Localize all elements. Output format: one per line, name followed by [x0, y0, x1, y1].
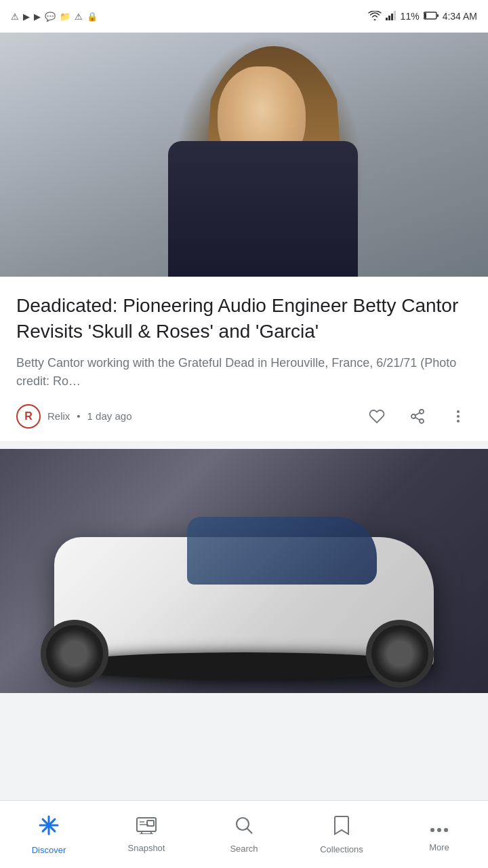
svg-point-12 — [457, 410, 460, 413]
svg-point-8 — [411, 414, 415, 418]
svg-point-9 — [420, 419, 424, 423]
nav-label-discover: Discover — [32, 845, 66, 855]
status-bar: ⚠ ▶ ▶ 💬 📁 ⚠ 🔒 11% — [0, 0, 488, 33]
snapshot-icon — [136, 816, 157, 839]
nav-label-collections: Collections — [320, 844, 363, 854]
more-options-button-1[interactable] — [445, 403, 472, 430]
nav-item-discover[interactable]: Discover — [15, 809, 83, 861]
svg-rect-25 — [147, 821, 154, 826]
svg-point-13 — [457, 415, 460, 418]
search-icon — [235, 816, 253, 840]
folder-icon: 📁 — [60, 12, 70, 22]
collections-icon — [332, 815, 351, 840]
svg-rect-3 — [394, 11, 396, 20]
svg-point-28 — [430, 828, 434, 832]
nav-label-search: Search — [230, 844, 258, 854]
svg-rect-0 — [386, 18, 388, 20]
article-image-1[interactable] — [0, 33, 488, 277]
status-icons: ⚠ ▶ ▶ 💬 📁 ⚠ 🔒 — [11, 12, 98, 22]
svg-rect-5 — [424, 13, 426, 18]
svg-rect-1 — [388, 16, 390, 20]
signal-icon — [386, 11, 396, 22]
article-content-1: Deadicated: Pioneering Audio Engineer Be… — [0, 277, 488, 441]
article-source-1: R Relix • 1 day ago — [16, 404, 132, 429]
battery-percent: 11% — [401, 11, 420, 22]
nav-item-search[interactable]: Search — [210, 810, 278, 859]
nav-label-snapshot: Snapshot — [128, 843, 165, 853]
source-icon-1: R — [16, 404, 41, 429]
youtube-icon: ▶ — [23, 12, 30, 22]
svg-line-10 — [415, 417, 420, 420]
article-title-1[interactable]: Deadicated: Pioneering Audio Engineer Be… — [16, 293, 472, 344]
youtube2-icon: ▶ — [34, 12, 41, 22]
battery-icon — [424, 11, 439, 22]
svg-point-14 — [457, 420, 460, 422]
nav-item-collections[interactable]: Collections — [308, 810, 375, 860]
svg-point-26 — [237, 818, 249, 830]
svg-point-29 — [437, 828, 441, 832]
article-description-1: Betty Cantor working with the Grateful D… — [16, 354, 472, 391]
article-image-2[interactable] — [0, 449, 488, 693]
messaging-icon: 💬 — [45, 12, 56, 22]
article-actions-1 — [363, 403, 472, 430]
nav-item-snapshot[interactable]: Snapshot — [113, 811, 180, 859]
warning-icon: ⚠ — [75, 12, 83, 22]
share-button-1[interactable] — [404, 403, 431, 430]
bottom-navigation: Discover Snapshot Sear — [0, 800, 488, 868]
discover-icon — [38, 814, 60, 841]
wallet-icon: 🔒 — [87, 12, 98, 22]
more-icon — [430, 817, 449, 838]
svg-rect-2 — [391, 14, 393, 20]
wifi-icon — [368, 11, 382, 22]
status-right: 11% 4:34 AM — [368, 11, 477, 22]
article-card-2 — [0, 449, 488, 693]
svg-line-27 — [247, 829, 252, 833]
article-card-1: Deadicated: Pioneering Audio Engineer Be… — [0, 33, 488, 441]
article-meta-1: R Relix • 1 day ago — [16, 403, 472, 430]
notification-icon: ⚠ — [11, 12, 19, 22]
svg-point-7 — [420, 410, 424, 414]
nav-label-more: More — [429, 842, 449, 852]
source-time-1: • — [77, 410, 80, 422]
time-display: 4:34 AM — [443, 11, 477, 22]
content-area: Deadicated: Pioneering Audio Engineer Be… — [0, 33, 488, 769]
source-name-1: Relix — [47, 410, 70, 422]
like-button-1[interactable] — [363, 403, 390, 430]
svg-rect-6 — [437, 14, 439, 17]
source-time-value-1: 1 day ago — [87, 410, 132, 422]
svg-line-11 — [415, 412, 420, 415]
svg-point-30 — [444, 828, 448, 832]
nav-item-more[interactable]: More — [405, 812, 473, 858]
